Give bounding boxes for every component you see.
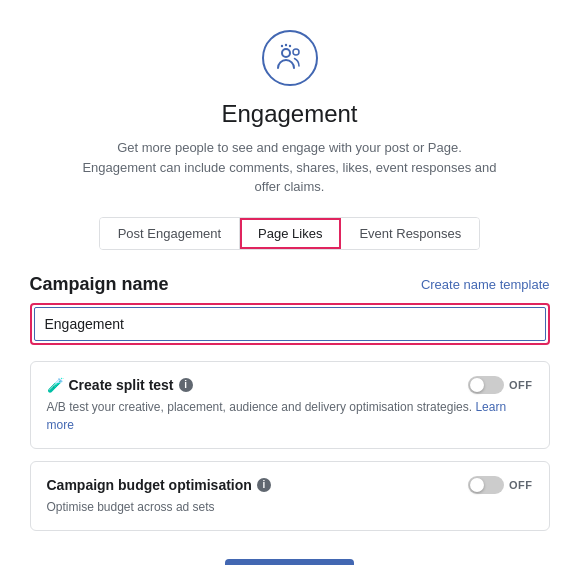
svg-point-1 xyxy=(293,49,299,55)
budget-optimisation-card: Campaign budget optimisation i OFF Optim… xyxy=(30,461,550,531)
svg-point-4 xyxy=(280,45,282,47)
budget-toggle[interactable] xyxy=(468,476,504,494)
campaign-name-label: Campaign name xyxy=(30,274,169,295)
svg-point-3 xyxy=(288,45,290,47)
split-test-toggle-track xyxy=(468,376,504,394)
svg-point-2 xyxy=(284,44,286,46)
page-title: Engagement xyxy=(221,100,357,128)
budget-optimisation-desc: Optimise budget across ad sets xyxy=(47,498,533,516)
budget-toggle-thumb xyxy=(470,478,484,492)
split-test-toggle-thumb xyxy=(470,378,484,392)
tabs-row: Post Engagement Page Likes Event Respons… xyxy=(99,217,481,250)
split-test-card: 🧪 Create split test i OFF A/B test your … xyxy=(30,361,550,449)
svg-point-0 xyxy=(282,49,290,57)
campaign-name-input-wrap xyxy=(30,303,550,345)
campaign-name-header: Campaign name Create name template xyxy=(30,274,550,295)
split-test-toggle-wrap: OFF xyxy=(468,376,533,394)
split-test-toggle[interactable] xyxy=(468,376,504,394)
split-test-desc: A/B test your creative, placement, audie… xyxy=(47,398,533,434)
tab-event-responses[interactable]: Event Responses xyxy=(341,218,479,249)
split-test-header: 🧪 Create split test i OFF xyxy=(47,376,533,394)
tab-post-engagement[interactable]: Post Engagement xyxy=(100,218,240,249)
budget-toggle-label: OFF xyxy=(509,479,533,491)
page-description: Get more people to see and engage with y… xyxy=(80,138,500,197)
continue-btn-wrap: Continue xyxy=(30,543,550,566)
split-test-info-icon[interactable]: i xyxy=(179,378,193,392)
budget-optimisation-title: Campaign budget optimisation i xyxy=(47,477,271,493)
continue-button[interactable]: Continue xyxy=(225,559,354,566)
budget-optimisation-info-icon[interactable]: i xyxy=(257,478,271,492)
campaign-name-input[interactable] xyxy=(34,307,546,341)
budget-optimisation-header: Campaign budget optimisation i OFF xyxy=(47,476,533,494)
split-test-title: 🧪 Create split test i xyxy=(47,377,193,393)
budget-toggle-wrap: OFF xyxy=(468,476,533,494)
split-test-toggle-label: OFF xyxy=(509,379,533,391)
engagement-icon xyxy=(262,30,318,86)
create-template-link[interactable]: Create name template xyxy=(421,277,550,292)
campaign-name-section: Campaign name Create name template 🧪 Cre… xyxy=(30,274,550,566)
split-test-icon: 🧪 xyxy=(47,377,64,393)
budget-toggle-track xyxy=(468,476,504,494)
tab-page-likes[interactable]: Page Likes xyxy=(240,218,341,249)
